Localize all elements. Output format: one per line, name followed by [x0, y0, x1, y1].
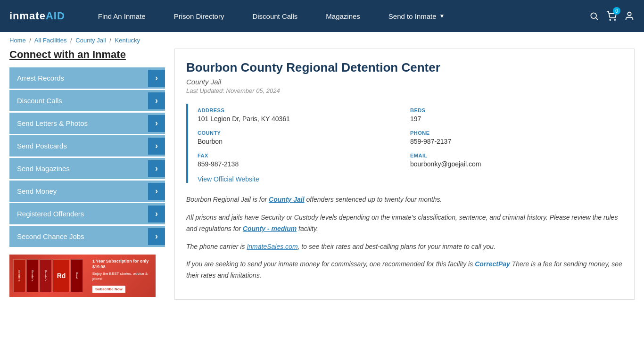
- svg-line-1: [596, 18, 598, 20]
- nav-prison-directory[interactable]: Prison Directory: [160, 0, 239, 32]
- facility-detail: Bourbon County Regional Detention Center…: [174, 49, 635, 300]
- sidebar-item-discount-calls[interactable]: Discount Calls ›: [9, 90, 165, 111]
- sidebar-item-send-letters[interactable]: Send Letters & Photos ›: [9, 113, 165, 134]
- user-icon[interactable]: [624, 11, 635, 21]
- ad-text: 1 Year Subscription for only $19.98 Enjo…: [92, 259, 152, 293]
- sidebar-title: Connect with an Inmate: [9, 49, 165, 61]
- sidebar-item-send-magazines[interactable]: Send Magazines ›: [9, 158, 165, 179]
- county-jail-link-1[interactable]: County Jail: [269, 196, 304, 203]
- nav-discount-calls[interactable]: Discount Calls: [238, 0, 312, 32]
- breadcrumb-all-facilities[interactable]: All Facilities: [34, 37, 67, 44]
- search-icon[interactable]: [589, 11, 599, 21]
- sidebar-arrow-icon: ›: [148, 138, 165, 155]
- county-medium-link[interactable]: County - medium: [243, 225, 297, 232]
- nav-find-inmate[interactable]: Find An Inmate: [84, 0, 160, 32]
- sidebar-arrow-icon: ›: [148, 206, 165, 222]
- desc-para-4: If you are seeking to send your inmate m…: [186, 259, 623, 281]
- fax-cell: FAX 859-987-2138: [198, 149, 410, 172]
- svg-point-2: [610, 19, 611, 20]
- breadcrumb-county-jail[interactable]: County Jail: [75, 37, 106, 44]
- facility-type: County Jail: [186, 78, 623, 86]
- beds-cell: BEDS 197: [410, 104, 623, 126]
- nav-magazines[interactable]: Magazines: [312, 0, 374, 32]
- sidebar-arrow-icon: ›: [148, 70, 165, 87]
- sidebar-item-send-money[interactable]: Send Money ›: [9, 181, 165, 202]
- sidebar-item-send-postcards[interactable]: Send Postcards ›: [9, 135, 165, 156]
- breadcrumb-sep-3: /: [109, 37, 111, 44]
- sidebar-ad[interactable]: Reader's Reader's Reader's Rd Read 1 Yea…: [9, 255, 156, 297]
- cart-badge: 0: [613, 7, 620, 15]
- main-layout: Connect with an Inmate Arrest Records › …: [0, 49, 644, 309]
- county-cell: COUNTY Bourbon: [198, 126, 410, 149]
- sidebar-arrow-icon: ›: [148, 115, 165, 132]
- inmate-sales-link[interactable]: InmateSales.com: [247, 243, 297, 250]
- sidebar-arrow-icon: ›: [148, 160, 165, 177]
- header-icons: 0: [589, 11, 635, 21]
- svg-point-4: [627, 12, 631, 16]
- nav-send-to-inmate[interactable]: Send to Inmate ▼: [374, 0, 459, 32]
- facility-info-grid: ADDRESS 101 Legion Dr, Paris, KY 40361 B…: [186, 104, 623, 183]
- view-website-link[interactable]: View Official Website: [198, 175, 259, 183]
- breadcrumb: Home / All Facilities / County Jail / Ke…: [0, 32, 644, 49]
- breadcrumb-sep-2: /: [70, 37, 72, 44]
- correct-pay-link[interactable]: CorrectPay: [475, 260, 510, 268]
- sidebar-item-registered-offenders[interactable]: Registered Offenders ›: [9, 203, 165, 224]
- sidebar-item-second-chance-jobs[interactable]: Second Chance Jobs ›: [9, 226, 165, 247]
- svg-point-3: [614, 19, 615, 20]
- ad-subscribe-button[interactable]: Subscribe Now: [92, 286, 125, 293]
- sidebar-menu: Arrest Records › Discount Calls › Send L…: [9, 67, 165, 247]
- svg-point-0: [591, 13, 596, 18]
- breadcrumb-sep-1: /: [29, 37, 31, 44]
- facility-title: Bourbon County Regional Detention Center: [186, 60, 623, 75]
- cart-icon[interactable]: 0: [606, 11, 617, 21]
- sidebar-arrow-icon: ›: [148, 183, 165, 200]
- breadcrumb-home[interactable]: Home: [9, 37, 26, 44]
- phone-cell: PHONE 859-987-2137: [410, 126, 623, 149]
- sidebar-arrow-icon: ›: [148, 92, 165, 109]
- desc-para-1: Bourbon Regional Jail is for County Jail…: [186, 194, 623, 206]
- desc-para-2: All prisons and jails have Security or C…: [186, 212, 623, 235]
- ad-magazines-image: Reader's Reader's Reader's Rd Read: [13, 259, 89, 292]
- sidebar-item-arrest-records[interactable]: Arrest Records ›: [9, 67, 165, 89]
- main-header: inmateAID Find An Inmate Prison Director…: [0, 0, 644, 32]
- desc-para-3: The phone carrier is InmateSales.com, to…: [186, 241, 623, 253]
- main-nav: Find An Inmate Prison Directory Discount…: [84, 0, 589, 32]
- logo[interactable]: inmateAID: [9, 10, 65, 22]
- address-cell: ADDRESS 101 Legion Dr, Paris, KY 40361: [198, 104, 410, 126]
- breadcrumb-state[interactable]: Kentucky: [115, 37, 140, 44]
- email-cell: EMAIL bourbonky@goejail.com: [410, 149, 623, 172]
- dropdown-chevron-icon: ▼: [439, 13, 445, 19]
- website-row: View Official Website: [198, 172, 623, 183]
- facility-updated: Last Updated: November 05, 2024: [186, 87, 623, 94]
- sidebar-arrow-icon: ›: [148, 228, 165, 245]
- sidebar: Connect with an Inmate Arrest Records › …: [9, 49, 165, 300]
